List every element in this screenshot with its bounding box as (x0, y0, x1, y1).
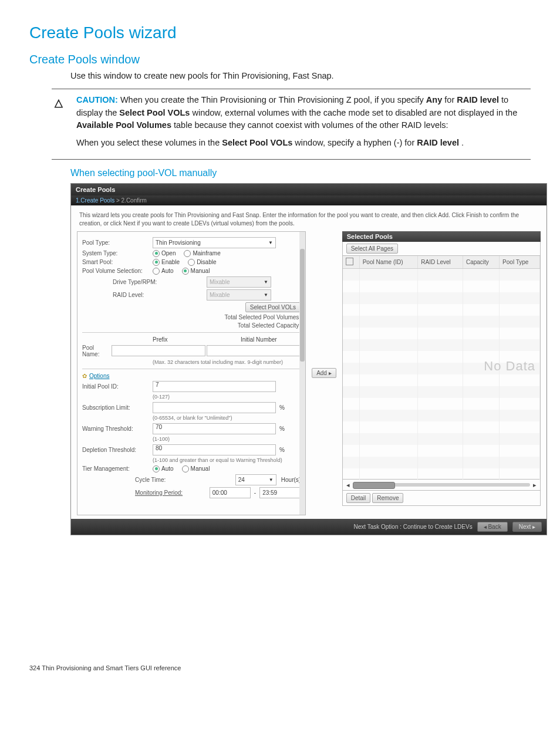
table-row (343, 421, 540, 433)
chevron-down-icon: ▼ (268, 240, 273, 245)
table-row (343, 445, 540, 457)
dep-thresh-hint: (1-100 and greater than or equal to Warn… (153, 457, 301, 463)
smart-pool-label: Smart Pool: (82, 259, 153, 265)
tier-mgmt-label: Tier Management: (82, 465, 153, 472)
scroll-left-icon[interactable]: ◂ (346, 481, 350, 488)
caution-p2-mid: window, specify a hyphen (-) for (295, 138, 417, 147)
intro-text: Use this window to create new pools for … (70, 70, 531, 83)
create-pools-wizard: Create Pools 1.Create Pools > 2.Confirm … (70, 183, 547, 535)
remove-button[interactable]: Remove (372, 493, 403, 503)
pool-type-label: Pool Type: (82, 239, 153, 246)
system-type-mainframe-radio[interactable]: Mainframe (184, 250, 220, 257)
col-pooltype[interactable]: Pool Type (500, 256, 540, 269)
cycle-time-unit: Hour(s) (276, 477, 301, 483)
prefix-header: Prefix (153, 336, 241, 343)
dep-thresh-unit: % (276, 447, 285, 453)
initial-number-header: Initial Number (241, 336, 277, 343)
monitoring-from-select[interactable]: 00:00 (210, 487, 251, 498)
caution-label: CAUTION: (76, 95, 118, 104)
dep-thresh-input[interactable]: 80 (153, 444, 276, 455)
sub-limit-unit: % (276, 404, 285, 411)
pool-name-hint: (Max. 32 characters total including max.… (153, 359, 301, 365)
caution-any: Any (426, 95, 442, 104)
add-button[interactable]: Add ▸ (312, 368, 336, 378)
warn-thresh-unit: % (276, 426, 285, 432)
table-row (343, 374, 540, 386)
step-1[interactable]: 1.Create Pools (76, 197, 114, 204)
scroll-right-icon[interactable]: ▸ (533, 481, 537, 488)
wizard-desc: This wizard lets you create pools for Th… (71, 205, 546, 231)
caution-p2-prefix: When you select these volumes in the (76, 138, 222, 147)
table-row (343, 468, 540, 480)
left-scrollbar[interactable] (299, 232, 305, 515)
table-row (343, 410, 540, 421)
pool-type-value: Thin Provisioning (156, 239, 201, 246)
select-pool-vols-button[interactable]: Select Pool VOLs (245, 302, 301, 312)
cycle-time-label: Cycle Time: (82, 477, 235, 483)
table-row (343, 304, 540, 316)
wizard-title: Create Pools (71, 184, 546, 195)
step-2[interactable]: 2.Confirm (122, 197, 147, 204)
table-row (343, 281, 540, 292)
table-row (343, 457, 540, 468)
monitoring-period-label[interactable]: Monitoring Period: (82, 490, 210, 496)
right-pane: Selected Pools Select All Pages Pool Nam… (342, 231, 541, 515)
next-task-option: Next Task Option : Continue to Create LD… (354, 524, 473, 530)
select-all-checkbox[interactable] (346, 258, 353, 265)
initial-pool-id-label: Initial Pool ID: (82, 383, 153, 390)
tier-auto-radio[interactable]: Auto (153, 465, 174, 472)
table-row (343, 386, 540, 398)
table-row (343, 316, 540, 328)
next-button[interactable]: Next ▸ (512, 522, 542, 532)
selected-pools-title: Selected Pools (342, 231, 541, 242)
table-row (343, 398, 540, 410)
caution-apv: Available Pool Volumes (76, 120, 171, 130)
caution-text: CAUTION: When you create the Thin Provis… (66, 94, 531, 154)
chevron-down-icon: ▼ (264, 292, 268, 298)
col-raid[interactable]: RAID Level (418, 256, 463, 269)
sub-limit-hint: (0-65534, or blank for "Unlimited") (153, 415, 301, 421)
cycle-time-select[interactable]: 24▼ (235, 474, 276, 485)
table-row (343, 292, 540, 304)
pvs-auto-radio[interactable]: Auto (153, 268, 174, 275)
h-scrollbar[interactable] (353, 483, 530, 487)
caution-spv2: Select Pool VOLs (222, 138, 292, 147)
col-capacity[interactable]: Capacity (463, 256, 499, 269)
table-row (343, 268, 540, 281)
no-data-watermark: No Data (484, 359, 535, 374)
section-manual: When selecting pool-VOL manually (70, 168, 531, 178)
select-all-pages-button[interactable]: Select All Pages (346, 244, 398, 254)
warn-thresh-hint: (1-100) (153, 436, 301, 442)
raid-level-select: Mixable▼ (207, 289, 271, 301)
warn-thresh-input[interactable]: 70 (153, 423, 276, 434)
initial-pool-id-input[interactable]: 7 (153, 381, 276, 392)
monitoring-to-select[interactable]: 23:59 (259, 487, 301, 498)
pool-name-number-input[interactable] (207, 345, 301, 356)
gear-icon: ✿ (82, 373, 87, 379)
smart-pool-enable-radio[interactable]: Enable (153, 259, 180, 266)
caution-raid-level2: RAID level (417, 138, 459, 147)
pvs-manual-radio[interactable]: Manual (182, 268, 210, 275)
selected-pools-table: Pool Name (ID) RAID Level Capacity Pool … (342, 256, 541, 480)
warn-thresh-label: Warning Threshold: (82, 426, 153, 432)
smart-pool-disable-radio[interactable]: Disable (188, 259, 216, 266)
caution-for: for (444, 95, 457, 104)
wizard-footer: Next Task Option : Continue to Create LD… (71, 519, 546, 535)
detail-button[interactable]: Detail (346, 493, 371, 503)
col-poolname[interactable]: Pool Name (ID) (359, 256, 418, 269)
caution-p1-prefix: When you create the Thin Provisioning or… (120, 95, 426, 104)
caution-icon: △ (52, 94, 66, 154)
pool-name-prefix-input[interactable] (112, 345, 205, 356)
drive-type-label: Drive Type/RPM: (82, 279, 207, 285)
system-type-open-radio[interactable]: Open (153, 250, 176, 257)
back-button[interactable]: ◂ Back (477, 522, 508, 532)
sub-limit-input[interactable] (153, 402, 276, 413)
tier-manual-radio[interactable]: Manual (182, 465, 210, 472)
options-link[interactable]: Options (89, 373, 109, 379)
caution-p1-mid: window, external volumes with the cache … (192, 108, 517, 117)
caution-spv: Select Pool VOLs (119, 108, 190, 117)
caution-raid-level: RAID level (457, 95, 499, 104)
sub-limit-label: Subscription Limit: (82, 404, 153, 411)
pool-type-select[interactable]: Thin Provisioning ▼ (153, 237, 276, 248)
left-pane: Pool Type: Thin Provisioning ▼ System Ty… (77, 231, 306, 515)
